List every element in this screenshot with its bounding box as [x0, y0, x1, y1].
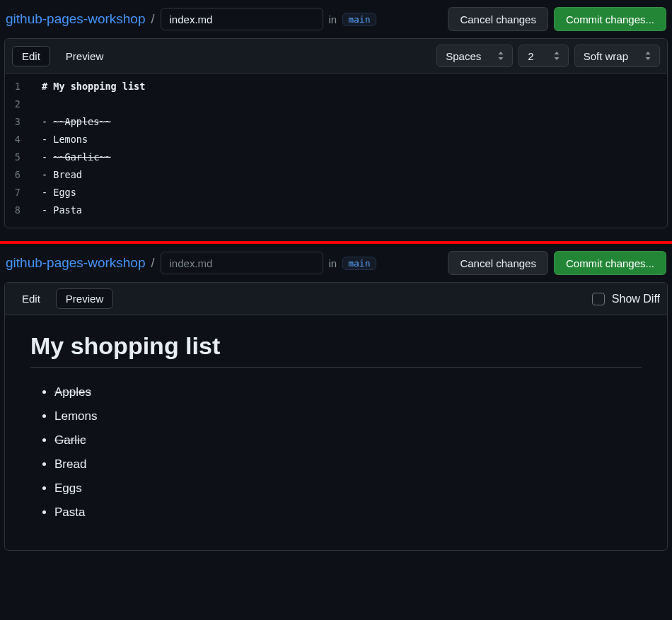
preview-heading: My shopping list [30, 332, 642, 368]
sort-icon [498, 50, 504, 62]
code-line[interactable]: 6- Bread [5, 166, 667, 184]
branch-pill[interactable]: main [342, 257, 376, 270]
branch-pill[interactable]: main [342, 13, 376, 26]
indent-mode-select[interactable]: Spaces [436, 45, 513, 67]
code-text: - Bread [42, 166, 82, 184]
preview-list: ApplesLemonsGarlicBreadEggsPasta [30, 380, 642, 525]
code-editor[interactable]: 1# My shopping list23- ~~Apples~~4- Lemo… [5, 74, 667, 228]
line-number: 3 [5, 113, 42, 131]
editor-toolbar: Edit Preview Spaces 2 Soft wrap [5, 39, 667, 74]
wrap-mode-label: Soft wrap [584, 50, 628, 62]
code-text: - Lemons [42, 131, 88, 148]
cancel-button[interactable]: Cancel changes [448, 251, 548, 275]
repo-link[interactable]: github-pages-workshop [4, 255, 146, 271]
code-line[interactable]: 8- Pasta [5, 201, 667, 219]
indent-size-select[interactable]: 2 [519, 45, 568, 67]
tab-edit[interactable]: Edit [12, 46, 50, 66]
code-text: - ~~Apples~~ [42, 113, 111, 131]
cancel-button[interactable]: Cancel changes [448, 7, 548, 31]
code-line[interactable]: 2 [5, 95, 667, 113]
line-number: 1 [5, 78, 42, 95]
in-label: in [329, 257, 337, 269]
preview-pane: github-pages-workshop / in main Cancel c… [0, 244, 672, 558]
list-item: Bread [54, 452, 642, 476]
line-number: 6 [5, 166, 42, 184]
code-line[interactable]: 4- Lemons [5, 131, 667, 148]
show-diff-checkbox[interactable] [592, 293, 605, 305]
line-number: 4 [5, 131, 42, 148]
editor-panel: Edit Preview Spaces 2 Soft wrap 1# My sh… [4, 38, 668, 228]
list-item: Garlic [54, 428, 642, 452]
repo-link[interactable]: github-pages-workshop [4, 11, 146, 27]
wrap-mode-select[interactable]: Soft wrap [574, 45, 660, 67]
show-diff-toggle[interactable]: Show Diff [592, 293, 660, 305]
code-text: - ~~Garlic~~ [42, 148, 111, 166]
code-line[interactable]: 5- ~~Garlic~~ [5, 148, 667, 166]
list-item: Apples [54, 380, 642, 404]
preview-panel: Edit Preview Show Diff My shopping list … [4, 282, 668, 551]
tab-preview[interactable]: Preview [56, 288, 113, 309]
list-item: Eggs [54, 476, 642, 501]
edit-pane: github-pages-workshop / in main Cancel c… [0, 0, 672, 235]
path-separator: / [151, 12, 155, 27]
tab-preview[interactable]: Preview [56, 46, 113, 66]
indent-mode-label: Spaces [446, 50, 481, 62]
filename-input[interactable] [161, 252, 323, 274]
filename-input[interactable] [161, 8, 323, 30]
line-number: 5 [5, 148, 42, 166]
code-line[interactable]: 3- ~~Apples~~ [5, 113, 667, 131]
code-line[interactable]: 7- Eggs [5, 184, 667, 201]
sort-icon [554, 50, 560, 62]
breadcrumb-bar: github-pages-workshop / in main Cancel c… [4, 0, 668, 38]
list-item: Pasta [54, 501, 642, 525]
line-number: 8 [5, 201, 42, 219]
commit-button[interactable]: Commit changes... [554, 251, 666, 275]
preview-toolbar: Edit Preview Show Diff [5, 283, 667, 315]
code-line[interactable]: 1# My shopping list [5, 78, 667, 95]
line-number: 7 [5, 184, 42, 201]
commit-button[interactable]: Commit changes... [554, 7, 666, 31]
indent-size-label: 2 [528, 50, 533, 62]
path-separator: / [151, 256, 155, 271]
show-diff-label: Show Diff [612, 293, 660, 305]
in-label: in [329, 13, 337, 25]
breadcrumb-bar: github-pages-workshop / in main Cancel c… [4, 244, 668, 282]
code-text: - Eggs [42, 184, 76, 201]
markdown-preview: My shopping list ApplesLemonsGarlicBread… [5, 315, 667, 550]
editor-settings: Spaces 2 Soft wrap [436, 45, 660, 67]
line-number: 2 [5, 95, 42, 113]
sort-icon [645, 50, 651, 62]
code-text: # My shopping list [42, 78, 145, 95]
code-text: - Pasta [42, 201, 82, 219]
list-item: Lemons [54, 404, 642, 428]
tab-edit[interactable]: Edit [12, 288, 50, 309]
